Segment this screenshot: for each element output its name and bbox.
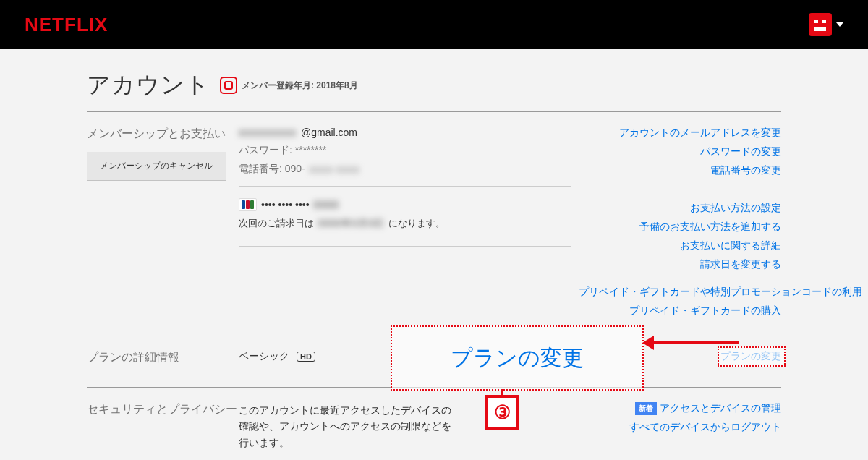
cancel-membership-button[interactable]: メンバーシップのキャンセル — [87, 152, 226, 180]
link-billing-details[interactable]: お支払いに関する詳細 — [579, 239, 781, 252]
jcb-card-icon — [239, 198, 257, 211]
link-buy-gift[interactable]: プリペイド・ギフトカードの購入 — [579, 304, 781, 318]
caret-down-icon — [836, 22, 843, 27]
link-change-phone[interactable]: 電話番号の変更 — [579, 164, 781, 177]
account-phone: 電話番号: 090-xxxx-xxxx — [239, 163, 571, 176]
link-add-backup-payment[interactable]: 予備のお支払い方法を追加する — [579, 221, 781, 234]
section-title-plan: プランの詳細情報 — [87, 350, 239, 365]
payment-card: •••• •••• •••• 0000 — [239, 198, 571, 211]
member-since-text: メンバー登録年月: 2018年8月 — [242, 80, 358, 92]
section-title-membership: メンバーシップとお支払い — [87, 127, 239, 142]
next-billing-line: 次回のご請求日は 0000年0月0日 になります。 — [239, 217, 571, 230]
section-security: セキュリティとプライバシー このアカウントに最近アクセスしたデバイスの確認や、ア… — [87, 387, 781, 460]
annotation-highlight-link — [718, 346, 786, 367]
section-plan: プランの詳細情報 ベーシック HD プランの変更 プランの変更 ③ — [87, 338, 781, 387]
member-since-badge: メンバー登録年月: 2018年8月 — [220, 77, 358, 94]
hd-badge: HD — [297, 352, 315, 362]
page-title: アカウント — [87, 69, 210, 101]
new-badge: 新着 — [635, 402, 657, 415]
annotation-step-badge: ③ — [485, 395, 519, 430]
account-password: パスワード: ******** — [239, 144, 571, 157]
account-page: アカウント メンバー登録年月: 2018年8月 メンバーシップとお支払い メンバ… — [87, 49, 781, 460]
security-description: このアカウントに最近アクセスしたデバイスの確認や、アカウントへのアクセスの制限な… — [239, 402, 456, 451]
link-change-billing-day[interactable]: 請求日を変更する — [579, 258, 781, 271]
section-membership: メンバーシップとお支払い メンバーシップのキャンセル xxxxxxxxxx @g… — [87, 111, 781, 338]
netflix-logo: NETFLIX — [25, 14, 108, 36]
avatar-icon — [809, 13, 832, 36]
link-change-password[interactable]: パスワードの変更 — [579, 145, 781, 158]
member-since-icon — [220, 77, 237, 94]
link-change-email[interactable]: アカウントのメールアドレスを変更 — [579, 127, 781, 140]
link-manage-payment[interactable]: お支払い方法の設定 — [579, 202, 781, 215]
link-manage-access[interactable]: 新着アクセスとデバイスの管理 — [579, 402, 781, 415]
account-email: xxxxxxxxxx @gmail.com — [239, 127, 571, 138]
link-redeem-gift[interactable]: プリペイド・ギフトカードや特別プロモーションコードの利用 — [579, 286, 781, 299]
annotation-arrow — [652, 341, 739, 344]
top-bar: NETFLIX — [0, 0, 868, 49]
annotation-callout-text: プランの変更 — [451, 344, 584, 373]
annotation-callout: プランの変更 — [391, 325, 644, 391]
profile-menu-button[interactable] — [809, 13, 843, 36]
section-title-security: セキュリティとプライバシー — [87, 402, 239, 417]
link-signout-all[interactable]: すべてのデバイスからログアウト — [579, 421, 781, 434]
